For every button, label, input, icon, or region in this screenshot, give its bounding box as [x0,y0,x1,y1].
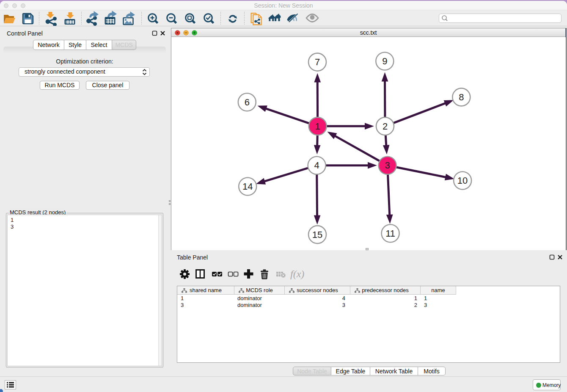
svg-text:7: 7 [315,57,320,67]
svg-text:6: 6 [245,97,250,108]
svg-text:10: 10 [457,175,468,186]
svg-text:15: 15 [312,229,322,240]
svg-text:11: 11 [385,228,395,239]
svg-text:3: 3 [385,160,390,171]
svg-text:4: 4 [314,160,319,171]
svg-text:f(x): f(x) [290,268,304,279]
svg-text:1: 1 [315,121,320,132]
svg-text:14: 14 [242,181,253,192]
svg-text:8: 8 [459,92,464,102]
svg-text:9: 9 [382,56,387,66]
svg-text:2: 2 [383,121,388,132]
